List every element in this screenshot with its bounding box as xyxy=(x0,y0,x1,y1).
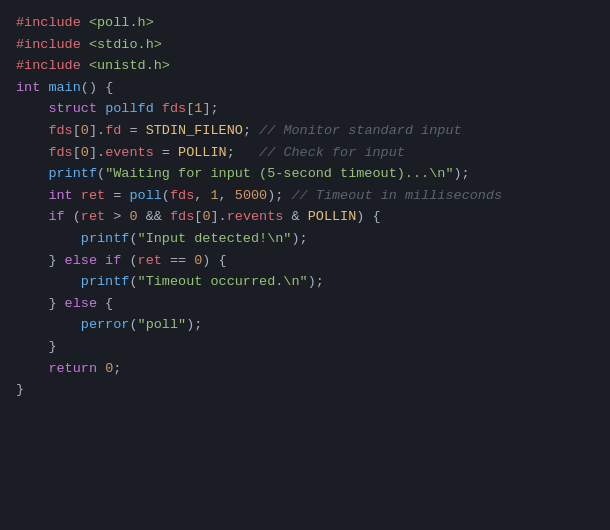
code-token: fds xyxy=(170,209,194,224)
code-token: && xyxy=(138,209,170,224)
code-token: // Monitor standard input xyxy=(259,123,462,138)
code-token: ; xyxy=(243,123,259,138)
code-token: "Input detected!\n" xyxy=(138,231,292,246)
code-line: int ret = poll(fds, 1, 5000); // Timeout… xyxy=(16,185,594,207)
code-token: ( xyxy=(65,209,81,224)
code-token: printf xyxy=(48,166,97,181)
code-token xyxy=(16,317,81,332)
code-line: #include <stdio.h> xyxy=(16,34,594,56)
code-line: } else { xyxy=(16,293,594,315)
code-token: pollfd xyxy=(105,101,154,116)
code-token: [ xyxy=(73,123,81,138)
code-token: int xyxy=(16,80,40,95)
code-token: ( xyxy=(162,188,170,203)
code-token: #include xyxy=(16,37,89,52)
code-token: } xyxy=(16,339,57,354)
code-token: #include xyxy=(16,15,89,30)
code-line: printf("Input detected!\n"); xyxy=(16,228,594,250)
code-line: int main() { xyxy=(16,77,594,99)
code-token: poll xyxy=(129,188,161,203)
code-line: perror("poll"); xyxy=(16,314,594,336)
code-token xyxy=(16,101,48,116)
code-line: } else if (ret == 0) { xyxy=(16,250,594,272)
code-token: fds xyxy=(48,145,72,160)
code-token: // Check for input xyxy=(259,145,405,160)
code-token: ]. xyxy=(89,123,105,138)
code-token xyxy=(16,123,48,138)
code-token: POLLIN xyxy=(308,209,357,224)
code-token: ); xyxy=(186,317,202,332)
code-token: ( xyxy=(129,317,137,332)
code-token: ( xyxy=(97,166,105,181)
code-token: if xyxy=(48,209,64,224)
code-token: ) { xyxy=(356,209,380,224)
code-token: revents xyxy=(227,209,284,224)
code-token: else xyxy=(65,296,97,311)
code-token: } xyxy=(16,382,24,397)
code-token: ( xyxy=(121,253,137,268)
code-token: STDIN_FILENO xyxy=(146,123,243,138)
code-token: , xyxy=(194,188,210,203)
code-token: POLLIN xyxy=(178,145,227,160)
code-token: ]. xyxy=(89,145,105,160)
code-token: } xyxy=(16,296,65,311)
code-token xyxy=(16,231,81,246)
code-line: if (ret > 0 && fds[0].revents & POLLIN) … xyxy=(16,206,594,228)
code-token xyxy=(16,209,48,224)
code-token: "Timeout occurred.\n" xyxy=(138,274,308,289)
code-token: printf xyxy=(81,274,130,289)
code-token: & xyxy=(283,209,307,224)
code-token: fds xyxy=(162,101,186,116)
code-token xyxy=(16,145,48,160)
code-token: <unistd.h> xyxy=(89,58,170,73)
code-token: "poll" xyxy=(138,317,187,332)
code-token: , xyxy=(219,188,235,203)
code-line: } xyxy=(16,336,594,358)
code-token: > xyxy=(105,209,129,224)
code-token: { xyxy=(97,296,113,311)
code-editor: #include <poll.h>#include <stdio.h>#incl… xyxy=(16,12,594,401)
code-token: 0 xyxy=(129,209,137,224)
code-token: ); xyxy=(291,231,307,246)
code-token xyxy=(73,188,81,203)
code-token: = xyxy=(121,123,145,138)
code-line: printf("Waiting for input (5-second time… xyxy=(16,163,594,185)
code-token: fds xyxy=(48,123,72,138)
code-token: else if xyxy=(65,253,122,268)
code-token xyxy=(16,188,48,203)
code-token: ; xyxy=(227,145,259,160)
code-token: = xyxy=(105,188,129,203)
code-token: main xyxy=(48,80,80,95)
code-token: perror xyxy=(81,317,130,332)
code-token: fds xyxy=(170,188,194,203)
code-line: #include <poll.h> xyxy=(16,12,594,34)
code-token: == xyxy=(162,253,194,268)
code-token: 5000 xyxy=(235,188,267,203)
code-token xyxy=(16,274,81,289)
code-token: "Waiting for input (5-second timeout)...… xyxy=(105,166,453,181)
code-token: return xyxy=(48,361,97,376)
code-token xyxy=(97,101,105,116)
code-token xyxy=(16,361,48,376)
code-token xyxy=(154,101,162,116)
code-token: [ xyxy=(73,145,81,160)
code-line: printf("Timeout occurred.\n"); xyxy=(16,271,594,293)
code-token: 0 xyxy=(81,123,89,138)
code-token: events xyxy=(105,145,154,160)
code-token: ); xyxy=(267,188,291,203)
code-token: ]. xyxy=(210,209,226,224)
code-token: #include xyxy=(16,58,89,73)
code-token: = xyxy=(154,145,178,160)
code-line: struct pollfd fds[1]; xyxy=(16,98,594,120)
code-token: fd xyxy=(105,123,121,138)
code-token: ); xyxy=(308,274,324,289)
code-token: ]; xyxy=(202,101,218,116)
code-token: ret xyxy=(138,253,162,268)
code-token xyxy=(97,361,105,376)
code-token: <stdio.h> xyxy=(89,37,162,52)
code-token: ); xyxy=(453,166,469,181)
code-token: struct xyxy=(48,101,97,116)
code-token: 0 xyxy=(81,145,89,160)
code-token: ( xyxy=(129,274,137,289)
code-line: fds[0].events = POLLIN; // Check for inp… xyxy=(16,142,594,164)
